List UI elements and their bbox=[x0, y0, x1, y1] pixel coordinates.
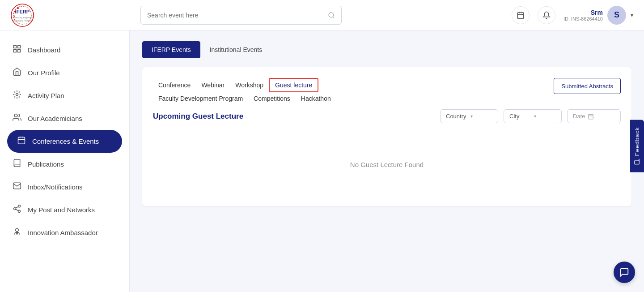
sidebar-item-activity-plan[interactable]: Activity Plan bbox=[0, 84, 129, 107]
svg-point-8 bbox=[329, 13, 334, 17]
sidebar-item-our-profile[interactable]: Our Profile bbox=[0, 61, 129, 84]
submitted-abstracts-button[interactable]: Submitted Abstracts bbox=[554, 78, 621, 94]
svg-rect-10 bbox=[517, 13, 524, 19]
calendar-filter-icon bbox=[588, 113, 594, 120]
sidebar-item-innovation-ambassador[interactable]: Innovation Ambassador bbox=[0, 221, 129, 244]
layout: Dashboard Our Profile Activity Plan bbox=[0, 30, 644, 292]
feedback-icon bbox=[634, 159, 640, 165]
country-filter[interactable]: Country ▾ bbox=[440, 109, 498, 123]
sidebar-label-activity-plan: Activity Plan bbox=[28, 92, 64, 99]
header-right: Srm ID: INS-86264410 S ▾ bbox=[512, 6, 633, 25]
activity-icon bbox=[13, 90, 21, 101]
event-type-webinar[interactable]: Webinar bbox=[196, 78, 230, 92]
svg-rect-16 bbox=[14, 50, 17, 52]
sidebar-label-dashboard: Dashboard bbox=[28, 46, 60, 54]
sidebar: Dashboard Our Profile Activity Plan bbox=[0, 30, 130, 292]
event-type-guest-lecture[interactable]: Guest lecture bbox=[269, 78, 318, 92]
svg-point-24 bbox=[18, 205, 21, 207]
svg-point-0 bbox=[11, 4, 34, 26]
date-filter[interactable]: Date bbox=[567, 109, 621, 123]
sidebar-label-conferences-events: Conferences & Events bbox=[32, 137, 99, 145]
sidebar-item-inbox[interactable]: Inbox/Notifications bbox=[0, 176, 129, 198]
sidebar-item-my-post-networks[interactable]: My Post and Networks bbox=[0, 198, 129, 221]
svg-line-28 bbox=[16, 206, 18, 208]
svg-point-26 bbox=[18, 210, 21, 212]
city-filter[interactable]: City ▾ bbox=[504, 109, 562, 123]
sidebar-label-our-academicians: Our Academicians bbox=[28, 115, 82, 122]
avatar: S bbox=[607, 6, 626, 25]
tab-iferp-events[interactable]: IFERP Events bbox=[142, 41, 200, 58]
city-filter-label: City bbox=[509, 113, 531, 120]
event-type-hackathon[interactable]: Hackathon bbox=[296, 92, 336, 105]
event-nav-row2: Faculty Development Program Competitions… bbox=[153, 92, 554, 105]
sidebar-label-our-profile: Our Profile bbox=[28, 69, 60, 77]
city-chevron-icon: ▾ bbox=[534, 114, 556, 119]
event-type-nav-container: Conference Webinar Workshop Guest lectur… bbox=[153, 78, 621, 105]
svg-rect-30 bbox=[589, 114, 593, 119]
svg-text:IFERP: IFERP bbox=[15, 9, 30, 14]
main-content: IFERP Events Institutional Events Confer… bbox=[130, 30, 644, 292]
svg-point-29 bbox=[16, 228, 19, 232]
search-input[interactable] bbox=[147, 12, 328, 19]
section-title: Upcoming Guest Lecture bbox=[153, 112, 243, 121]
sidebar-label-innovation-ambassador: Innovation Ambassador bbox=[28, 229, 98, 236]
svg-rect-14 bbox=[14, 46, 17, 48]
sidebar-item-dashboard[interactable]: Dashboard bbox=[0, 39, 129, 61]
calendar-icon-button[interactable] bbox=[512, 6, 530, 24]
chat-bubble-icon bbox=[619, 267, 629, 277]
user-menu-chevron[interactable]: ▾ bbox=[631, 12, 633, 18]
logo-icon: IFERP connecting engineers developing re… bbox=[11, 4, 34, 27]
event-nav-left: Conference Webinar Workshop Guest lectur… bbox=[153, 78, 554, 105]
dashboard-icon bbox=[13, 44, 21, 56]
svg-point-18 bbox=[16, 94, 18, 96]
tab-institutional-events[interactable]: Institutional Events bbox=[200, 41, 272, 58]
svg-line-27 bbox=[16, 209, 18, 210]
feedback-tab[interactable]: Feedback bbox=[630, 120, 644, 172]
notification-icon-button[interactable] bbox=[538, 6, 555, 24]
svg-text:developing research: developing research bbox=[12, 19, 32, 22]
logo-area: IFERP connecting engineers developing re… bbox=[11, 4, 140, 27]
svg-point-25 bbox=[14, 208, 16, 210]
svg-rect-20 bbox=[18, 137, 25, 144]
country-chevron-icon: ▾ bbox=[470, 114, 492, 119]
search-icon bbox=[328, 12, 335, 19]
svg-point-5 bbox=[14, 11, 16, 13]
event-type-competitions[interactable]: Competitions bbox=[248, 92, 296, 105]
event-type-conference[interactable]: Conference bbox=[153, 78, 196, 92]
svg-point-19 bbox=[14, 114, 17, 117]
sidebar-item-our-academicians[interactable]: Our Academicians bbox=[0, 107, 129, 130]
svg-rect-17 bbox=[18, 50, 21, 52]
profile-icon bbox=[13, 67, 21, 78]
conferences-icon bbox=[17, 136, 26, 147]
svg-point-7 bbox=[14, 15, 15, 17]
content-card: Conference Webinar Workshop Guest lectur… bbox=[142, 67, 631, 206]
user-id: ID: INS-86264410 bbox=[564, 16, 603, 21]
feedback-label: Feedback bbox=[634, 127, 640, 156]
section-header: Upcoming Guest Lecture Country ▾ City ▾ … bbox=[153, 109, 621, 123]
chat-bubble-button[interactable] bbox=[614, 262, 635, 283]
academicians-icon bbox=[13, 113, 21, 124]
sidebar-label-inbox: Inbox/Notifications bbox=[28, 183, 83, 191]
sidebar-label-publications: Publications bbox=[28, 160, 64, 168]
empty-message: No Guest Lecture Found bbox=[350, 161, 424, 168]
search-bar[interactable] bbox=[140, 6, 342, 25]
ambassador-icon bbox=[13, 227, 21, 238]
event-type-faculty-development[interactable]: Faculty Development Program bbox=[153, 92, 248, 105]
user-details: Srm ID: INS-86264410 bbox=[564, 9, 603, 21]
svg-point-6 bbox=[17, 7, 19, 9]
svg-line-9 bbox=[333, 17, 334, 18]
event-type-workshop[interactable]: Workshop bbox=[230, 78, 269, 92]
user-info: Srm ID: INS-86264410 S ▾ bbox=[564, 6, 633, 25]
user-name: Srm bbox=[564, 9, 603, 16]
date-filter-label: Date bbox=[573, 113, 585, 120]
event-nav-row1: Conference Webinar Workshop Guest lectur… bbox=[153, 78, 554, 92]
empty-state: No Guest Lecture Found bbox=[153, 134, 621, 195]
sidebar-item-publications[interactable]: Publications bbox=[0, 153, 129, 176]
event-tabs: IFERP Events Institutional Events bbox=[142, 41, 631, 58]
bell-icon bbox=[542, 11, 551, 19]
sidebar-item-conferences-events[interactable]: Conferences & Events bbox=[7, 130, 122, 153]
svg-rect-15 bbox=[18, 46, 21, 48]
publications-icon bbox=[13, 159, 21, 170]
filters: Country ▾ City ▾ Date bbox=[440, 109, 621, 123]
svg-text:connecting engineers: connecting engineers bbox=[12, 16, 33, 19]
